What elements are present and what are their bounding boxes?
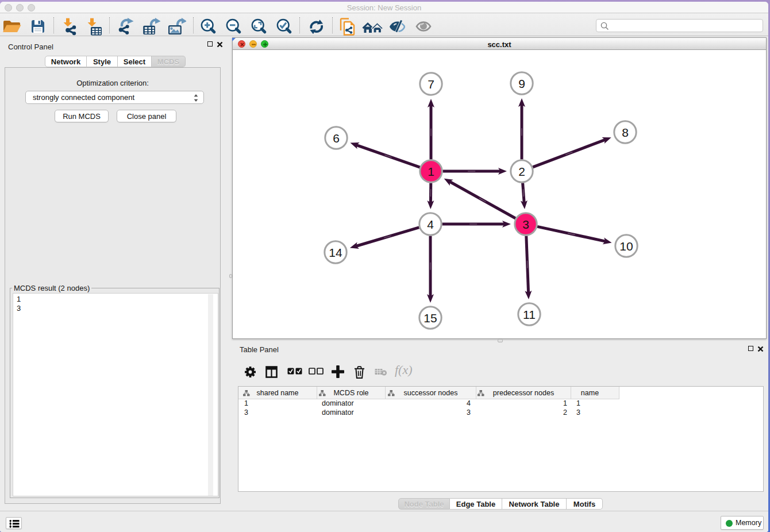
svg-text:15: 15 bbox=[424, 311, 437, 325]
svg-text:2: 2 bbox=[518, 165, 525, 178]
svg-text:10: 10 bbox=[619, 240, 633, 253]
svg-text:8: 8 bbox=[622, 126, 629, 139]
svg-text:14: 14 bbox=[329, 246, 342, 259]
svg-text:6: 6 bbox=[333, 132, 340, 145]
svg-text:7: 7 bbox=[428, 78, 434, 91]
svg-text:1: 1 bbox=[428, 165, 434, 178]
svg-text:4: 4 bbox=[427, 218, 434, 231]
svg-text:11: 11 bbox=[523, 308, 536, 321]
svg-text:9: 9 bbox=[518, 77, 525, 90]
svg-text:3: 3 bbox=[522, 218, 529, 231]
